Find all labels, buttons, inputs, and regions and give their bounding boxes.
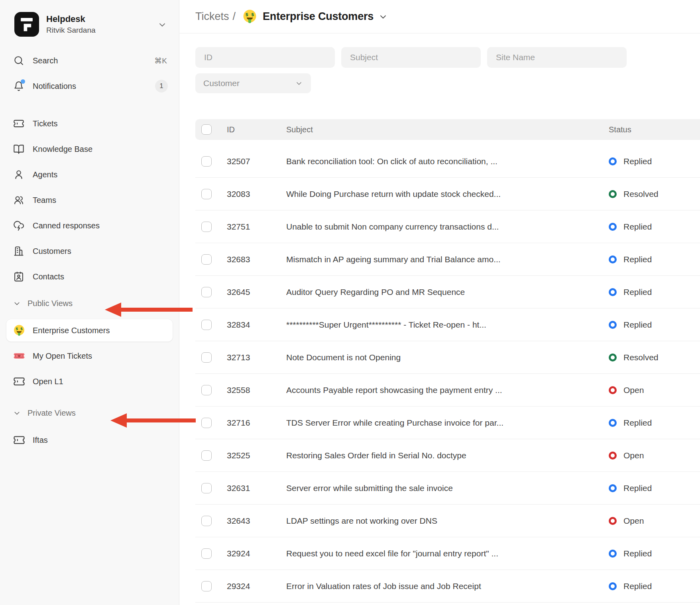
row-checkbox[interactable] [201, 189, 212, 199]
status-label: Replied [623, 157, 652, 166]
money-mouth-emoji: $$ [242, 9, 257, 24]
private-views-header[interactable]: Private Views [6, 403, 173, 423]
ticket-subject: LDAP settings are not working over DNS [286, 516, 609, 526]
row-checkbox[interactable] [201, 548, 212, 559]
table-row[interactable]: 32834**********Super Urgent********** - … [195, 308, 700, 341]
sidebar-item-agents[interactable]: Agents [6, 163, 173, 186]
column-header-subject[interactable]: Subject [286, 125, 609, 134]
ticket-subject: Error in Valuation rates of Job issue an… [286, 581, 609, 591]
table-row[interactable]: 32751Unable to submit Non company curren… [195, 210, 700, 243]
row-checkbox[interactable] [201, 254, 212, 265]
row-checkbox[interactable] [201, 385, 212, 395]
sidebar-item-notifications[interactable]: Notifications 1 [6, 75, 173, 97]
table-row[interactable]: 32083While Doing Purchase return with up… [195, 178, 700, 210]
select-all-checkbox[interactable] [201, 124, 212, 135]
status-badge: Replied [609, 483, 700, 493]
sidebar-item-search[interactable]: Search ⌘K [6, 49, 173, 72]
sidebar-item-label: Notifications [33, 82, 76, 91]
user-name: Ritvik Sardana [46, 26, 96, 35]
table-header: ID Subject Status [195, 119, 700, 140]
sidebar-view-my-open-tickets[interactable]: My Open Tickets [6, 345, 173, 367]
row-checkbox[interactable] [201, 581, 212, 591]
table-row[interactable]: 32645Auditor Query Regarding PO and MR S… [195, 276, 700, 308]
sidebar-item-teams[interactable]: Teams [6, 189, 173, 211]
filter-site-name-input[interactable] [487, 47, 627, 68]
filter-subject-input[interactable] [341, 47, 481, 68]
sidebar-item-canned-responses[interactable]: Canned responses [6, 214, 173, 237]
status-ring-icon [609, 190, 617, 198]
table-row[interactable]: 32924Request you to need excel file for … [195, 537, 700, 570]
svg-text:$: $ [16, 326, 18, 331]
sidebar-view-enterprise-customers[interactable]: $$Enterprise Customers [6, 319, 173, 342]
admission-ticket-emoji [13, 350, 25, 362]
row-checkbox-cell [195, 189, 227, 199]
sidebar-item-contacts[interactable]: Contacts [6, 265, 173, 288]
ticket-id: 32713 [227, 353, 286, 362]
table-row[interactable]: 32683Mismatch in AP ageing summary and T… [195, 243, 700, 276]
status-label: Replied [623, 581, 652, 591]
status-badge: Replied [609, 287, 700, 297]
status-badge: Resolved [609, 353, 700, 362]
row-checkbox[interactable] [201, 352, 212, 363]
ticket-subject: Mismatch in AP ageing summary and Trial … [286, 255, 609, 264]
section-label: Private Views [28, 409, 76, 418]
ticket-icon [13, 375, 25, 387]
ticket-id: 32083 [227, 189, 286, 199]
row-checkbox[interactable] [201, 450, 212, 461]
view-switcher-chevron-icon[interactable] [378, 12, 388, 22]
workspace-titles: Helpdesk Ritvik Sardana [46, 14, 96, 34]
status-label: Open [623, 385, 644, 395]
table-row[interactable]: 29324Error in Valuation rates of Job iss… [195, 570, 700, 603]
chevron-down-icon[interactable] [157, 20, 167, 29]
sidebar-item-customers[interactable]: Customers [6, 240, 173, 262]
row-checkbox-cell [195, 352, 227, 363]
section-label: Public Views [28, 299, 73, 308]
main-content: Tickets / $$ Enterprise Customers Custom… [179, 0, 700, 605]
status-badge: Replied [609, 222, 700, 232]
cloud-lightning-icon [13, 220, 24, 231]
table-row[interactable]: 32507Bank reconciliation tool: On click … [195, 145, 700, 178]
status-label: Replied [623, 287, 652, 297]
status-badge: Open [609, 516, 700, 526]
table-row[interactable]: 32525Restoring Sales Order field in Seri… [195, 439, 700, 472]
public-views-header[interactable]: Public Views [6, 293, 173, 313]
table-row[interactable]: 32713Note Document is not OpeningResolve… [195, 341, 700, 374]
status-ring-icon [609, 452, 617, 460]
status-ring-icon [609, 550, 617, 558]
row-checkbox[interactable] [201, 516, 212, 526]
ticket-subject: While Doing Purchase return with update … [286, 189, 609, 199]
status-ring-icon [609, 321, 617, 329]
view-label: My Open Tickets [33, 352, 92, 361]
ticket-subject: Accounts Payable report showcasing the p… [286, 385, 609, 395]
row-checkbox[interactable] [201, 418, 212, 428]
table-row[interactable]: 32558Accounts Payable report showcasing … [195, 374, 700, 407]
filter-id-input[interactable] [195, 47, 335, 68]
sidebar-view-open-l1[interactable]: Open L1 [6, 370, 173, 393]
app-title: Helpdesk [46, 14, 96, 24]
table-row[interactable]: 32716TDS Server Error while creating Pur… [195, 407, 700, 439]
column-header-id[interactable]: ID [227, 125, 286, 134]
breadcrumb-tickets-link[interactable]: Tickets [195, 10, 229, 23]
ticket-id: 32643 [227, 516, 286, 526]
users-icon [13, 194, 24, 206]
current-view-title: Enterprise Customers [263, 10, 374, 23]
building-icon [13, 246, 24, 257]
row-checkbox[interactable] [201, 483, 212, 493]
ticket-subject: Server error while submitting the sale i… [286, 483, 609, 493]
row-checkbox-cell [195, 254, 227, 265]
column-header-status[interactable]: Status [609, 125, 700, 134]
customer-filter-dropdown[interactable]: Customer [195, 73, 311, 93]
breadcrumb: Tickets / $$ Enterprise Customers [179, 0, 700, 33]
row-checkbox[interactable] [201, 222, 212, 232]
sidebar-item-tickets[interactable]: Tickets [6, 112, 173, 135]
workspace-switcher[interactable]: Helpdesk Ritvik Sardana [6, 12, 173, 37]
sidebar-item-knowledge-base[interactable]: Knowledge Base [6, 138, 173, 160]
sidebar-view-iftas[interactable]: Iftas [6, 429, 173, 451]
row-checkbox[interactable] [201, 156, 212, 167]
ticket-id: 32507 [227, 157, 286, 166]
table-row[interactable]: 32643LDAP settings are not working over … [195, 505, 700, 537]
status-ring-icon [609, 517, 617, 525]
row-checkbox[interactable] [201, 287, 212, 297]
table-row[interactable]: 32631Server error while submitting the s… [195, 472, 700, 505]
row-checkbox[interactable] [201, 320, 212, 330]
